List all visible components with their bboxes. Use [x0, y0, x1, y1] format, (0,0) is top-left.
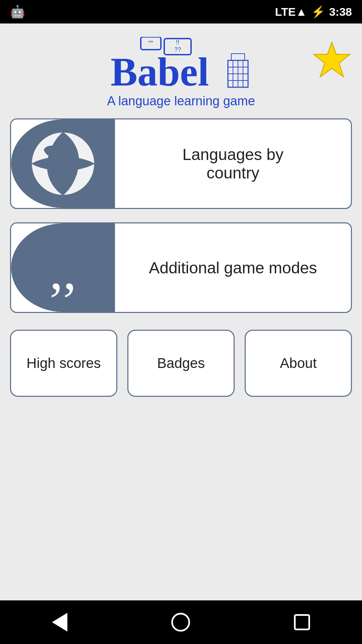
status-bar-right: LTE▲ ⚡ 3:38: [275, 5, 352, 18]
languages-by-country-label: Languages bycountry: [115, 139, 351, 189]
badges-button[interactable]: Badges: [127, 330, 235, 397]
logo-container: "" !! ?? Babel: [107, 37, 255, 108]
recent-icon: [294, 614, 310, 630]
globe-icon: [28, 128, 98, 199]
babel-logo-svg: "" !! ?? Babel: [107, 37, 255, 91]
home-button[interactable]: [171, 613, 190, 632]
svg-text:!!: !!: [176, 39, 179, 46]
additional-game-modes-label: Additional game modes: [115, 252, 351, 284]
high-scores-button[interactable]: High scores: [10, 330, 117, 397]
high-scores-label: High scores: [26, 355, 101, 371]
bottom-buttons: High scores Badges About: [10, 330, 352, 397]
nav-bar: [0, 600, 362, 644]
status-bar-left: 🤖: [10, 5, 25, 19]
globe-icon-container: [11, 119, 115, 208]
back-button[interactable]: [52, 613, 67, 632]
svg-text:"": "": [148, 40, 153, 47]
languages-by-country-button[interactable]: Languages bycountry: [10, 118, 352, 209]
app-subtitle: A language learning game: [107, 94, 255, 108]
back-icon: [52, 613, 67, 632]
home-icon: [171, 613, 190, 632]
about-button[interactable]: About: [245, 330, 352, 397]
status-bar: 🤖 LTE▲ ⚡ 3:38: [0, 0, 362, 23]
main-content: "" !! ?? Babel: [0, 23, 362, 600]
star-icon[interactable]: [312, 40, 352, 86]
svg-text:Babel: Babel: [111, 50, 209, 91]
quotes-icon-container: ,,: [11, 223, 115, 312]
quote-marks-icon: ,,: [50, 250, 76, 292]
header: "" !! ?? Babel: [10, 37, 352, 108]
lte-signal-icon: LTE▲: [275, 5, 307, 18]
badges-label: Badges: [157, 355, 205, 371]
android-icon: 🤖: [10, 5, 25, 19]
battery-icon: ⚡: [311, 5, 325, 18]
about-label: About: [280, 355, 317, 371]
recent-apps-button[interactable]: [294, 614, 310, 630]
clock: 3:38: [329, 5, 352, 18]
svg-marker-14: [314, 42, 350, 77]
additional-game-modes-button[interactable]: ,, Additional game modes: [10, 222, 352, 313]
babel-logo: "" !! ?? Babel: [107, 37, 255, 91]
svg-rect-13: [231, 54, 245, 60]
